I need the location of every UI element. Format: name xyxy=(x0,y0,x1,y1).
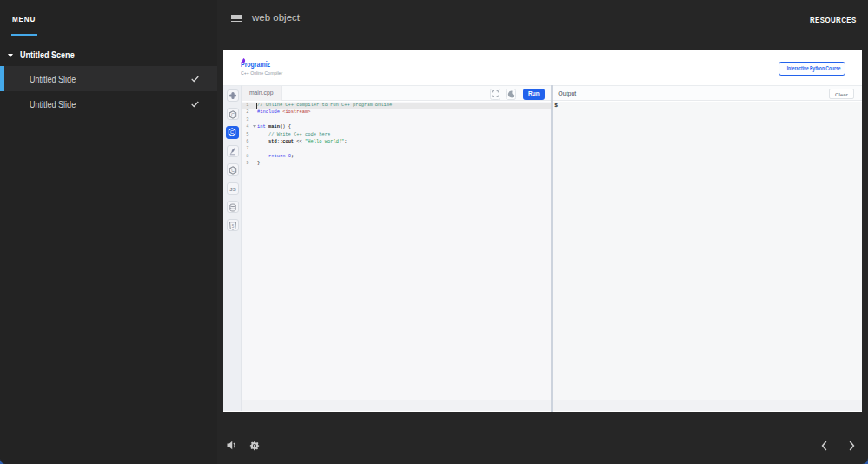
svg-text:C: C xyxy=(231,168,235,173)
svg-text:C: C xyxy=(231,111,235,116)
svg-text:5: 5 xyxy=(232,224,235,229)
svg-text:JS: JS xyxy=(229,187,235,192)
svg-text:C: C xyxy=(230,129,234,135)
